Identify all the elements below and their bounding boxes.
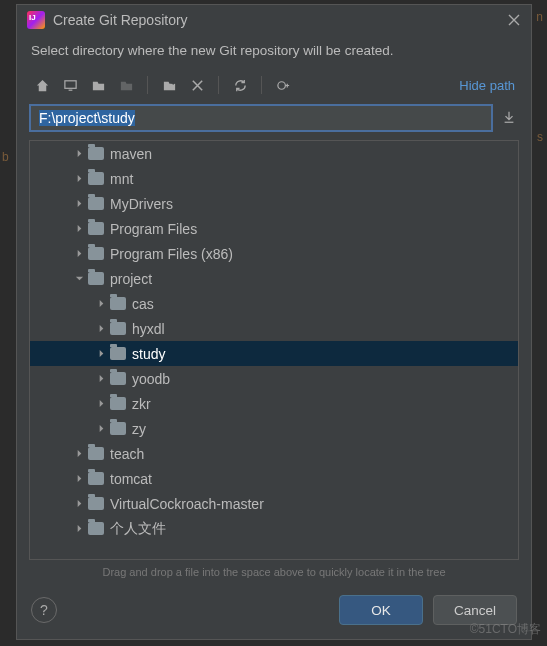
folder-icon: [88, 197, 104, 210]
folder-icon: [110, 372, 126, 385]
desktop-icon[interactable]: [57, 74, 83, 96]
dialog-title: Create Git Repository: [53, 12, 499, 28]
tree-item-label: maven: [110, 146, 152, 162]
folder-icon: [88, 172, 104, 185]
tree-item-label: tomcat: [110, 471, 152, 487]
chevron-right-icon[interactable]: [72, 149, 86, 158]
intellij-icon: [27, 11, 45, 29]
instruction-text: Select directory where the new Git repos…: [17, 35, 531, 70]
tree-row-program-files[interactable]: Program Files: [30, 216, 518, 241]
tree-item-label: project: [110, 271, 152, 287]
refresh-icon[interactable]: [227, 74, 253, 96]
tree-item-label: MyDrivers: [110, 196, 173, 212]
tree-row-mydrivers[interactable]: MyDrivers: [30, 191, 518, 216]
tree-row-program-files-x86-[interactable]: Program Files (x86): [30, 241, 518, 266]
dialog-footer: ? OK Cancel: [17, 585, 531, 639]
folder-icon: [110, 297, 126, 310]
delete-icon[interactable]: [184, 74, 210, 96]
chevron-right-icon[interactable]: [94, 324, 108, 333]
path-input[interactable]: [29, 104, 493, 132]
tree-item-label: yoodb: [132, 371, 170, 387]
folder-icon: [88, 272, 104, 285]
folder-icon: [88, 222, 104, 235]
tree-item-label: zy: [132, 421, 146, 437]
separator: [261, 76, 262, 94]
tree-row-mnt[interactable]: mnt: [30, 166, 518, 191]
tree-item-label: teach: [110, 446, 144, 462]
watermark: ©51CTO博客: [470, 621, 541, 638]
tree-item-label: mnt: [110, 171, 133, 187]
chevron-right-icon[interactable]: [94, 374, 108, 383]
history-icon[interactable]: [499, 110, 519, 127]
path-row: [17, 104, 531, 140]
hide-path-link[interactable]: Hide path: [459, 78, 519, 93]
folder-icon: [110, 397, 126, 410]
folder-icon: [88, 147, 104, 160]
folder-icon: [110, 322, 126, 335]
folder-icon: [88, 522, 104, 535]
tree-item-label: study: [132, 346, 165, 362]
new-folder-icon[interactable]: [156, 74, 182, 96]
separator: [147, 76, 148, 94]
bg-char: s: [537, 130, 543, 144]
tree-item-label: zkr: [132, 396, 151, 412]
tree-row-cas[interactable]: cas: [30, 291, 518, 316]
chevron-right-icon[interactable]: [94, 424, 108, 433]
project-dir-icon[interactable]: [85, 74, 111, 96]
folder-icon: [110, 422, 126, 435]
tree-item-label: hyxdl: [132, 321, 165, 337]
tree-row-virtualcockroach-master[interactable]: VirtualCockroach-master: [30, 491, 518, 516]
chevron-down-icon[interactable]: [72, 274, 86, 283]
chevron-right-icon[interactable]: [94, 299, 108, 308]
chevron-right-icon[interactable]: [72, 199, 86, 208]
folder-icon: [88, 497, 104, 510]
tree-row-zy[interactable]: zy: [30, 416, 518, 441]
module-dir-icon: [113, 74, 139, 96]
toolbar: Hide path: [17, 70, 531, 104]
tree-row-hyxdl[interactable]: hyxdl: [30, 316, 518, 341]
tree-item-label: cas: [132, 296, 154, 312]
tree-row-yoodb[interactable]: yoodb: [30, 366, 518, 391]
create-git-repo-dialog: Create Git Repository Select directory w…: [16, 4, 532, 640]
tree-item-label: Program Files: [110, 221, 197, 237]
tree-item-label: 个人文件: [110, 520, 166, 538]
tree-row--[interactable]: 个人文件: [30, 516, 518, 541]
titlebar: Create Git Repository: [17, 5, 531, 35]
folder-icon: [88, 472, 104, 485]
chevron-right-icon[interactable]: [72, 449, 86, 458]
bg-char: b: [2, 150, 9, 164]
chevron-right-icon[interactable]: [72, 174, 86, 183]
show-hidden-icon[interactable]: [270, 74, 296, 96]
tree-item-label: VirtualCockroach-master: [110, 496, 264, 512]
bg-char: n: [536, 10, 543, 24]
separator: [218, 76, 219, 94]
ok-button[interactable]: OK: [339, 595, 423, 625]
close-icon[interactable]: [507, 13, 521, 27]
chevron-right-icon[interactable]: [72, 224, 86, 233]
chevron-right-icon[interactable]: [72, 474, 86, 483]
svg-rect-0: [64, 80, 75, 88]
folder-icon: [88, 247, 104, 260]
chevron-right-icon[interactable]: [94, 399, 108, 408]
tree-row-tomcat[interactable]: tomcat: [30, 466, 518, 491]
chevron-right-icon[interactable]: [72, 499, 86, 508]
home-icon[interactable]: [29, 74, 55, 96]
tree-row-maven[interactable]: maven: [30, 141, 518, 166]
chevron-right-icon[interactable]: [72, 249, 86, 258]
tree-row-teach[interactable]: teach: [30, 441, 518, 466]
svg-point-1: [277, 81, 285, 89]
drag-drop-hint: Drag and drop a file into the space abov…: [17, 560, 531, 582]
help-button[interactable]: ?: [31, 597, 57, 623]
chevron-right-icon[interactable]: [94, 349, 108, 358]
tree-row-study[interactable]: study: [30, 341, 518, 366]
folder-icon: [110, 347, 126, 360]
chevron-right-icon[interactable]: [72, 524, 86, 533]
tree-row-project[interactable]: project: [30, 266, 518, 291]
tree-row-zkr[interactable]: zkr: [30, 391, 518, 416]
tree-item-label: Program Files (x86): [110, 246, 233, 262]
directory-tree[interactable]: mavenmntMyDriversProgram FilesProgram Fi…: [29, 140, 519, 560]
folder-icon: [88, 447, 104, 460]
